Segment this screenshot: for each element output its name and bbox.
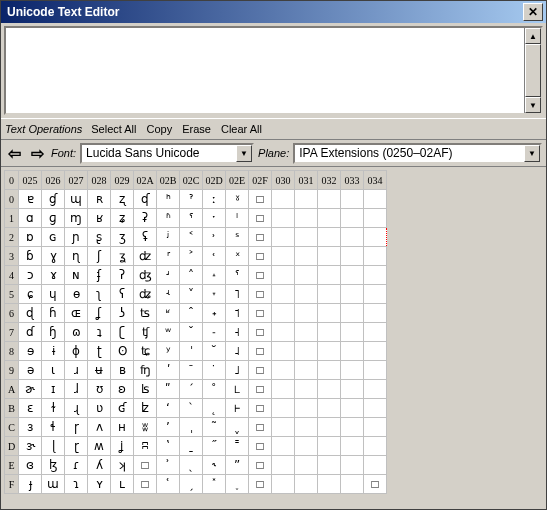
character-cell[interactable] xyxy=(341,209,364,228)
character-cell[interactable]: □ xyxy=(249,266,272,285)
character-cell[interactable] xyxy=(341,437,364,456)
prev-arrow-icon[interactable]: ⇦ xyxy=(5,144,24,163)
row-header[interactable]: E xyxy=(5,456,19,475)
character-cell[interactable]: ˤ xyxy=(226,266,249,285)
character-cell[interactable] xyxy=(364,399,387,418)
character-cell[interactable]: ʴ xyxy=(157,266,180,285)
column-header[interactable]: 031 xyxy=(295,171,318,190)
character-cell[interactable]: ˛ xyxy=(203,399,226,418)
row-header[interactable]: 2 xyxy=(5,228,19,247)
character-cell[interactable]: ɞ xyxy=(19,456,42,475)
character-cell[interactable]: ʓ xyxy=(111,247,134,266)
character-cell[interactable] xyxy=(295,418,318,437)
character-cell[interactable]: □ xyxy=(249,228,272,247)
character-cell[interactable]: ɲ xyxy=(65,228,88,247)
character-cell[interactable]: ʩ xyxy=(134,361,157,380)
character-cell[interactable] xyxy=(364,437,387,456)
character-cell[interactable] xyxy=(341,266,364,285)
clear-all-button[interactable]: Clear All xyxy=(216,121,267,137)
character-cell[interactable]: ʣ xyxy=(134,247,157,266)
character-cell[interactable] xyxy=(364,342,387,361)
character-cell[interactable] xyxy=(295,399,318,418)
character-cell[interactable]: □ xyxy=(249,361,272,380)
character-cell[interactable] xyxy=(318,475,341,494)
character-cell[interactable]: ɔ xyxy=(19,266,42,285)
character-cell[interactable] xyxy=(341,228,364,247)
row-header[interactable]: 0 xyxy=(5,190,19,209)
column-header[interactable]: 027 xyxy=(65,171,88,190)
character-cell[interactable]: ɘ xyxy=(19,342,42,361)
character-cell[interactable] xyxy=(295,475,318,494)
character-cell[interactable] xyxy=(364,209,387,228)
character-cell[interactable]: □ xyxy=(134,475,157,494)
character-cell[interactable] xyxy=(364,361,387,380)
character-cell[interactable]: □ xyxy=(134,456,157,475)
row-header[interactable]: 4 xyxy=(5,266,19,285)
character-cell[interactable]: ɳ xyxy=(65,247,88,266)
character-cell[interactable]: ɺ xyxy=(65,380,88,399)
character-cell[interactable]: ˨ xyxy=(226,342,249,361)
character-cell[interactable]: ˁ xyxy=(180,209,203,228)
character-cell[interactable]: ʬ xyxy=(134,418,157,437)
row-header[interactable]: 7 xyxy=(5,323,19,342)
character-cell[interactable]: ɭ xyxy=(42,437,65,456)
character-cell[interactable]: ɪ xyxy=(42,380,65,399)
character-cell[interactable]: ʥ xyxy=(134,285,157,304)
character-cell[interactable]: ɩ xyxy=(42,361,65,380)
character-cell[interactable]: ɽ xyxy=(65,437,88,456)
character-cell[interactable]: ʀ xyxy=(88,190,111,209)
character-cell[interactable]: ʤ xyxy=(134,266,157,285)
character-cell[interactable]: ˒ xyxy=(203,228,226,247)
character-cell[interactable]: ʍ xyxy=(88,437,111,456)
character-cell[interactable] xyxy=(295,228,318,247)
plane-dropdown[interactable]: IPA Extensions (0250–02AF) ▼ xyxy=(293,143,542,164)
character-cell[interactable] xyxy=(295,342,318,361)
column-header[interactable]: 02A xyxy=(134,171,157,190)
character-cell[interactable] xyxy=(272,190,295,209)
character-cell[interactable]: ʵ xyxy=(157,285,180,304)
character-cell[interactable] xyxy=(272,228,295,247)
character-cell[interactable]: □ xyxy=(249,418,272,437)
character-cell[interactable] xyxy=(341,380,364,399)
character-cell[interactable]: ʇ xyxy=(88,323,111,342)
column-header[interactable]: 02B xyxy=(157,171,180,190)
character-cell[interactable]: ʱ xyxy=(157,209,180,228)
column-header[interactable]: 028 xyxy=(88,171,111,190)
character-cell[interactable]: ɬ xyxy=(42,418,65,437)
character-cell[interactable]: □ xyxy=(364,475,387,494)
character-cell[interactable]: ˪ xyxy=(226,380,249,399)
character-cell[interactable]: ʚ xyxy=(111,380,134,399)
character-cell[interactable]: ʞ xyxy=(111,456,134,475)
character-cell[interactable]: ʾ xyxy=(157,456,180,475)
character-cell[interactable]: ʺ xyxy=(157,380,180,399)
character-cell[interactable]: ˝ xyxy=(203,437,226,456)
row-header[interactable]: A xyxy=(5,380,19,399)
character-cell[interactable]: □ xyxy=(249,304,272,323)
column-header[interactable]: 029 xyxy=(111,171,134,190)
character-cell[interactable] xyxy=(272,380,295,399)
copy-button[interactable]: Copy xyxy=(142,121,178,137)
character-cell[interactable]: ʄ xyxy=(88,266,111,285)
character-cell[interactable] xyxy=(318,380,341,399)
character-cell[interactable]: ʢ xyxy=(134,228,157,247)
character-cell[interactable]: ɒ xyxy=(19,228,42,247)
character-cell[interactable] xyxy=(272,323,295,342)
character-cell[interactable]: ˞ xyxy=(203,456,226,475)
scroll-thumb[interactable] xyxy=(525,44,541,97)
character-cell[interactable] xyxy=(364,456,387,475)
character-cell[interactable] xyxy=(341,247,364,266)
character-cell[interactable] xyxy=(318,266,341,285)
character-cell[interactable] xyxy=(295,247,318,266)
character-cell[interactable] xyxy=(341,304,364,323)
character-cell[interactable] xyxy=(341,418,364,437)
chevron-down-icon[interactable]: ▼ xyxy=(236,145,252,162)
character-cell[interactable]: ɗ xyxy=(19,323,42,342)
column-header[interactable]: 02C xyxy=(180,171,203,190)
character-cell[interactable]: ˀ xyxy=(180,190,203,209)
character-cell[interactable]: ɫ xyxy=(42,399,65,418)
character-cell[interactable]: ː xyxy=(203,190,226,209)
erase-button[interactable]: Erase xyxy=(177,121,216,137)
character-cell[interactable]: ˆ xyxy=(180,304,203,323)
character-cell[interactable]: ˚ xyxy=(203,380,226,399)
character-cell[interactable] xyxy=(364,190,387,209)
